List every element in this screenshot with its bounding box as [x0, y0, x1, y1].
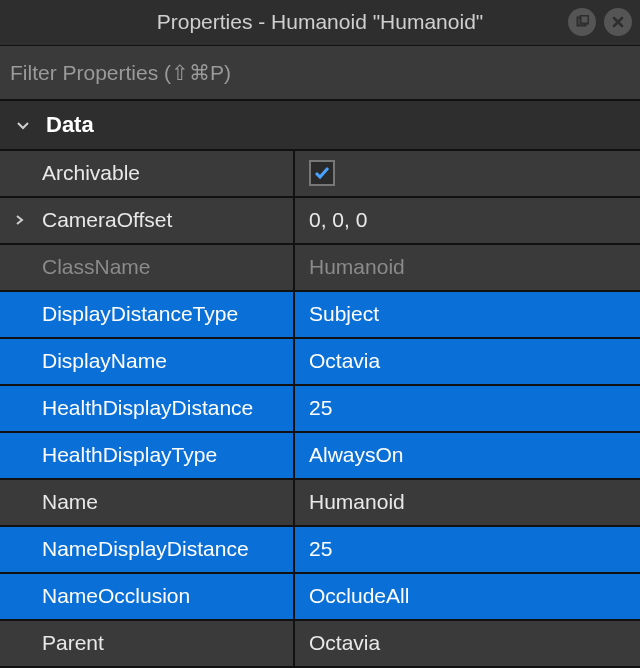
property-value-label: Humanoid [309, 490, 405, 514]
property-value-cell[interactable]: Octavia [295, 621, 640, 666]
property-name-label: NameDisplayDistance [42, 537, 249, 561]
property-name-cell[interactable]: HealthDisplayType [0, 433, 295, 478]
property-name-cell[interactable]: Archivable [0, 151, 295, 196]
close-button[interactable] [604, 8, 632, 36]
check-icon [312, 163, 332, 183]
popout-icon [575, 15, 589, 29]
property-value-label: AlwaysOn [309, 443, 404, 467]
property-name-label: NameOcclusion [42, 584, 190, 608]
chevron-down-icon [14, 117, 32, 133]
checkbox[interactable] [309, 160, 335, 186]
property-value-label: Octavia [309, 631, 380, 655]
svg-rect-1 [581, 16, 589, 24]
property-value-cell[interactable]: 25 [295, 527, 640, 572]
property-value-label: 0, 0, 0 [309, 208, 367, 232]
property-name-cell[interactable]: Name [0, 480, 295, 525]
property-name-label: ClassName [42, 255, 151, 279]
property-value-cell[interactable]: OccludeAll [295, 574, 640, 619]
properties-panel: Properties - Humanoid "Humanoid" Data [0, 0, 640, 668]
popout-button[interactable] [568, 8, 596, 36]
property-value-cell[interactable]: Humanoid [295, 245, 640, 290]
property-row[interactable]: HealthDisplayDistance25 [0, 386, 640, 433]
chevron-right-icon[interactable] [10, 213, 28, 227]
property-value-cell[interactable]: Octavia [295, 339, 640, 384]
property-name-cell[interactable]: ClassName [0, 245, 295, 290]
property-name-cell[interactable]: NameDisplayDistance [0, 527, 295, 572]
section-title: Data [46, 112, 94, 138]
property-value-label: Humanoid [309, 255, 405, 279]
property-name-label: CameraOffset [42, 208, 172, 232]
filter-bar [0, 46, 640, 102]
property-row[interactable]: ParentOctavia [0, 621, 640, 668]
property-value-cell[interactable]: 0, 0, 0 [295, 198, 640, 243]
property-name-cell[interactable]: NameOcclusion [0, 574, 295, 619]
property-value-cell[interactable]: Subject [295, 292, 640, 337]
property-name-label: Parent [42, 631, 104, 655]
property-name-label: DisplayName [42, 349, 167, 373]
property-value-cell[interactable]: 25 [295, 386, 640, 431]
property-row[interactable]: DisplayDistanceTypeSubject [0, 292, 640, 339]
property-value-cell[interactable]: AlwaysOn [295, 433, 640, 478]
property-name-label: HealthDisplayType [42, 443, 217, 467]
property-row[interactable]: CameraOffset0, 0, 0 [0, 198, 640, 245]
property-value-label: 25 [309, 396, 332, 420]
titlebar-controls [568, 0, 632, 45]
property-row[interactable]: ClassNameHumanoid [0, 245, 640, 292]
property-row[interactable]: HealthDisplayTypeAlwaysOn [0, 433, 640, 480]
section-header-data[interactable]: Data [0, 101, 640, 151]
property-value-label: Octavia [309, 349, 380, 373]
property-name-label: Archivable [42, 161, 140, 185]
close-icon [611, 15, 625, 29]
property-name-cell[interactable]: HealthDisplayDistance [0, 386, 295, 431]
property-value-label: Subject [309, 302, 379, 326]
panel-title: Properties - Humanoid "Humanoid" [157, 10, 484, 34]
property-rows: ArchivableCameraOffset0, 0, 0ClassNameHu… [0, 151, 640, 668]
property-name-cell[interactable]: DisplayName [0, 339, 295, 384]
property-value-cell[interactable] [295, 151, 640, 196]
property-name-cell[interactable]: Parent [0, 621, 295, 666]
property-row[interactable]: Archivable [0, 151, 640, 198]
property-row[interactable]: DisplayNameOctavia [0, 339, 640, 386]
property-name-label: HealthDisplayDistance [42, 396, 253, 420]
property-row[interactable]: NameOcclusionOccludeAll [0, 574, 640, 621]
property-value-cell[interactable]: Humanoid [295, 480, 640, 525]
property-row[interactable]: NameDisplayDistance25 [0, 527, 640, 574]
property-row[interactable]: NameHumanoid [0, 480, 640, 527]
property-name-cell[interactable]: DisplayDistanceType [0, 292, 295, 337]
property-name-label: Name [42, 490, 98, 514]
property-value-label: 25 [309, 537, 332, 561]
titlebar: Properties - Humanoid "Humanoid" [0, 0, 640, 46]
property-value-label: OccludeAll [309, 584, 409, 608]
property-name-cell[interactable]: CameraOffset [0, 198, 295, 243]
property-name-label: DisplayDistanceType [42, 302, 238, 326]
filter-input[interactable] [10, 61, 630, 85]
